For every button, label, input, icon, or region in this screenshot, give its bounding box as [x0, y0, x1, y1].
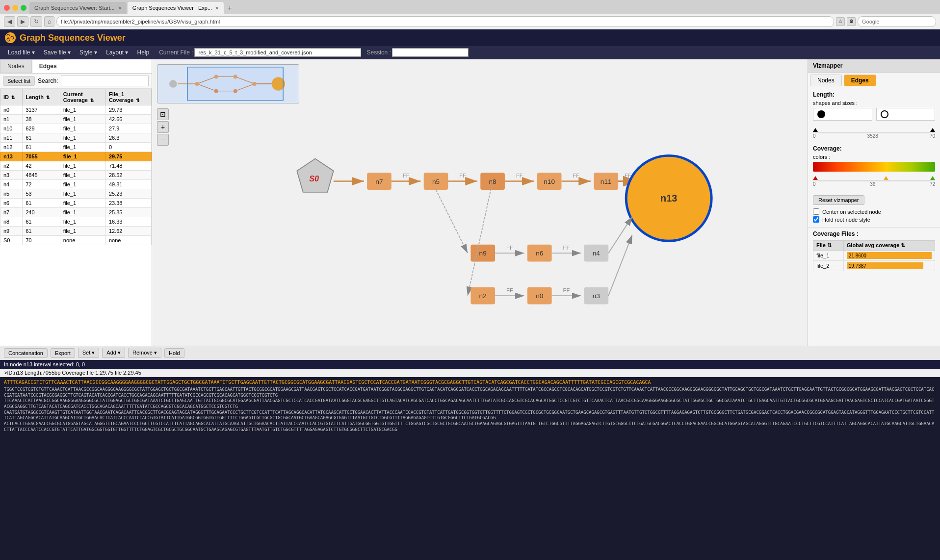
- select-list-button[interactable]: Select list: [3, 76, 35, 86]
- panel-tabs: Nodes Edges: [0, 59, 152, 74]
- browser-icons: ☆ ⚙: [836, 17, 856, 26]
- cell-current-coverage: file_1: [60, 217, 105, 227]
- graph-svg: S0 n7 FF n5 FF n8: [152, 64, 808, 346]
- data-table-scroll[interactable]: ID ⇅ Length ⇅ CurrentCoverage ⇅ File_1Co…: [0, 89, 152, 346]
- table-row[interactable]: n4 72 file_1 49.81: [0, 180, 152, 189]
- svg-line-60: [608, 235, 632, 296]
- table-row[interactable]: n3 4845 file_1 28.52: [0, 171, 152, 180]
- cell-id: n9: [0, 227, 23, 236]
- tab-2[interactable]: Graph Sequences Viewer : Exp... ✕: [128, 2, 224, 14]
- cell-current-coverage: none: [60, 236, 105, 245]
- menu-style[interactable]: Style ▾: [76, 48, 101, 57]
- table-row[interactable]: n11 61 file_1 26.3: [0, 133, 152, 143]
- minimize-button[interactable]: [12, 5, 18, 11]
- center-on-node-checkbox[interactable]: [813, 208, 819, 215]
- forward-button[interactable]: ▶: [17, 16, 28, 27]
- cell-id: S0: [0, 236, 23, 245]
- cell-file1-coverage: 25.23: [105, 189, 151, 199]
- cell-current-coverage: file_1: [60, 133, 105, 143]
- table-row[interactable]: n5 53 file_1 25.23: [0, 189, 152, 199]
- cell-file1-coverage: 26.3: [105, 133, 151, 143]
- sequence-header: ATTTCAGACCGTCTGTTCAAACTCATTAACGCCGGCAAGG…: [4, 379, 936, 386]
- menu-load-file[interactable]: Load file ▾: [4, 48, 39, 57]
- minimap[interactable]: [157, 64, 299, 103]
- table-row[interactable]: n8 61 file_1 16.33: [0, 217, 152, 227]
- table-row[interactable]: n9 61 file_1 12.62: [0, 227, 152, 236]
- cell-id: n12: [0, 143, 23, 152]
- shapes-sizes-label: shapes and sizes :: [813, 100, 935, 106]
- search-input-panel[interactable]: [61, 76, 149, 86]
- reset-vizmapper-button[interactable]: Reset vizmapper: [813, 195, 864, 205]
- slider-min: 0: [813, 133, 816, 139]
- vizmapper-nodes-tab[interactable]: Nodes: [810, 75, 842, 86]
- home-button[interactable]: ⌂: [44, 16, 54, 27]
- new-tab-button[interactable]: +: [225, 3, 235, 13]
- back-button[interactable]: ◀: [4, 16, 15, 27]
- vizmapper-edges-tab[interactable]: Edges: [844, 75, 876, 86]
- address-bar[interactable]: [56, 16, 834, 27]
- table-row[interactable]: n6 61 file_1 23.38: [0, 199, 152, 208]
- table-row[interactable]: n2 42 file_1 71.48: [0, 161, 152, 171]
- col-length[interactable]: Length ⇅: [23, 89, 60, 105]
- maximize-button[interactable]: [21, 5, 26, 11]
- cell-length: 42: [23, 161, 60, 171]
- search-input[interactable]: [858, 16, 936, 27]
- file2-coverage: 19.7387: [843, 261, 935, 271]
- slider-max1: 3528: [867, 133, 878, 139]
- sequence-line-1: TGGCTCCGTCGTCTGTTCAAACTCATTAACGCCGGCAAGG…: [4, 387, 936, 398]
- cov-slider-min: 0: [813, 181, 816, 187]
- tab-1[interactable]: Graph Sequences Viewer: Start... ✕: [29, 2, 127, 14]
- close-button[interactable]: [4, 5, 10, 11]
- svg-text:FF: FF: [563, 287, 570, 293]
- svg-line-52: [468, 181, 493, 296]
- menu-save-file[interactable]: Save file ▾: [40, 48, 75, 57]
- cell-length: 4845: [23, 171, 60, 180]
- export-button[interactable]: Export: [51, 348, 75, 358]
- current-file-input[interactable]: [194, 48, 361, 57]
- zoom-in[interactable]: +: [157, 121, 169, 133]
- svg-text:FF: FF: [516, 173, 523, 178]
- session-input[interactable]: [392, 48, 469, 57]
- refresh-button[interactable]: ↻: [30, 16, 42, 27]
- vizmapper-tabs: Nodes Edges: [808, 73, 940, 88]
- hold-button[interactable]: Hold: [164, 348, 184, 358]
- col-file[interactable]: File ⇅: [813, 241, 844, 251]
- add-button[interactable]: Add ▾: [102, 348, 125, 358]
- table-row[interactable]: S0 70 none none: [0, 236, 152, 245]
- concatenation-button[interactable]: Concatenation: [4, 348, 48, 358]
- cell-file1-coverage: 0: [105, 143, 151, 152]
- table-row[interactable]: n7 240 file_1 25.85: [0, 208, 152, 217]
- remove-button[interactable]: Remove ▾: [128, 348, 161, 358]
- col-global-avg[interactable]: Global avg coverage ⇅: [843, 241, 935, 251]
- tab-2-close[interactable]: ✕: [215, 5, 219, 11]
- app-title: Graph Sequences Viewer: [20, 33, 126, 43]
- graph-area[interactable]: ⊡ + − S0: [152, 59, 808, 346]
- cell-current-coverage: file_1: [60, 180, 105, 189]
- cell-current-coverage: file_1: [60, 124, 105, 133]
- edges-tab[interactable]: Edges: [32, 59, 64, 73]
- menu-help[interactable]: Help: [133, 48, 154, 57]
- nodes-tab[interactable]: Nodes: [0, 59, 32, 73]
- cell-id: n13: [0, 152, 23, 161]
- menu-layout[interactable]: Layout ▾: [102, 48, 132, 57]
- data-table: ID ⇅ Length ⇅ CurrentCoverage ⇅ File_1Co…: [0, 89, 152, 245]
- hold-root-style-checkbox[interactable]: [813, 216, 819, 223]
- table-row[interactable]: n12 61 file_1 0: [0, 143, 152, 152]
- tab-1-close[interactable]: ✕: [118, 5, 122, 11]
- svg-text:n9: n9: [479, 250, 487, 257]
- zoom-out[interactable]: −: [157, 134, 169, 146]
- table-row[interactable]: n1 38 file_1 42.66: [0, 115, 152, 124]
- table-row[interactable]: n10 629 file_1 27.9: [0, 124, 152, 133]
- zoom-fit[interactable]: ⊡: [157, 108, 169, 120]
- col-file1-coverage[interactable]: File_1Coverage ⇅: [105, 89, 151, 105]
- col-current-coverage[interactable]: CurrentCoverage ⇅: [60, 89, 105, 105]
- svg-text:FF: FF: [506, 245, 513, 251]
- table-row[interactable]: n0 3137 file_1 29.73: [0, 105, 152, 115]
- table-row[interactable]: n13 7055 file_1 29.75: [0, 152, 152, 161]
- settings-icon[interactable]: ⚙: [847, 17, 856, 26]
- bookmark-icon[interactable]: ☆: [836, 17, 845, 26]
- cov-slider-max: 72: [930, 181, 935, 187]
- col-id[interactable]: ID ⇅: [0, 89, 23, 105]
- set-button[interactable]: Set ▾: [78, 348, 100, 358]
- sequence-area[interactable]: ATTTCAGACCGTCTGTTCAAACTCATTAACGCCGGCAAGG…: [0, 377, 940, 559]
